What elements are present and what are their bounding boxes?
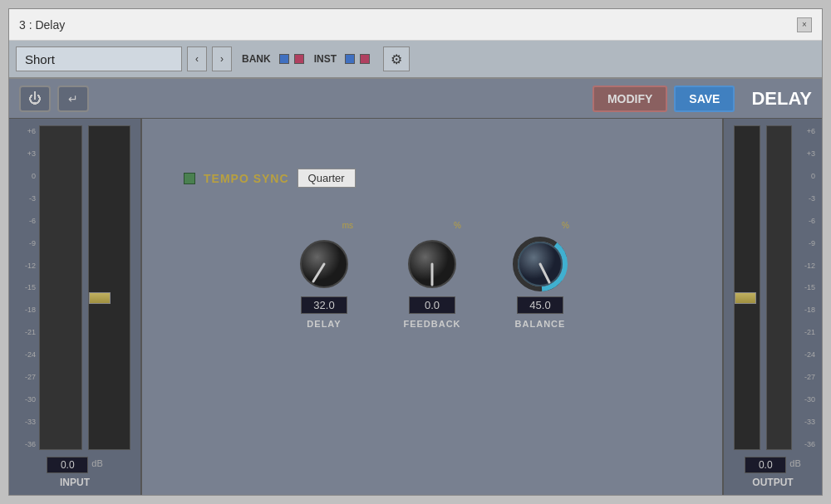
input-db-label: dB bbox=[91, 458, 102, 468]
feedback-knob-svg bbox=[403, 235, 461, 293]
feedback-knob-group: % bbox=[403, 221, 461, 329]
bypass-button[interactable]: ↵ bbox=[57, 86, 89, 112]
output-label: OUTPUT bbox=[752, 477, 793, 488]
save-button[interactable]: SAVE bbox=[674, 86, 735, 112]
feedback-label: FEEDBACK bbox=[403, 319, 460, 329]
next-preset-button[interactable]: › bbox=[212, 46, 232, 71]
delay-unit: ms bbox=[342, 221, 353, 230]
output-section: +6 +3 0 -3 -6 -9 -12 -15 -18 -21 -24 -27… bbox=[722, 119, 822, 495]
preset-bar: ‹ › BANK INST ⚙ bbox=[9, 41, 822, 79]
input-meter-scale: +6 +3 0 -3 -6 -9 -12 -15 -18 -21 -24 -27… bbox=[16, 125, 36, 450]
bank-dot-2 bbox=[294, 54, 304, 64]
output-value[interactable]: 0.0 bbox=[745, 457, 786, 473]
delay-value: 32.0 bbox=[301, 296, 347, 314]
delay-knob-group: ms bbox=[295, 221, 353, 329]
main-window: 3 : Delay × ‹ › BANK INST ⚙ ⏻ ↵ MODIFY S… bbox=[8, 8, 823, 496]
feedback-knob-wrapper[interactable] bbox=[403, 235, 461, 293]
input-section: +6 +3 0 -3 -6 -9 -12 -15 -18 -21 -24 -27… bbox=[9, 119, 142, 495]
bank-dot-1 bbox=[279, 54, 289, 64]
delay-label: DELAY bbox=[307, 319, 341, 329]
bank-label: BANK bbox=[242, 53, 271, 65]
output-fader[interactable] bbox=[734, 125, 760, 450]
output-meter-scale: +6 +3 0 -3 -6 -9 -12 -15 -18 -21 -24 -27… bbox=[795, 125, 815, 450]
balance-unit: % bbox=[562, 221, 569, 230]
toolbar: ⏻ ↵ MODIFY SAVE DELAY bbox=[9, 79, 822, 119]
balance-value: 45.0 bbox=[517, 296, 563, 314]
main-area: +6 +3 0 -3 -6 -9 -12 -15 -18 -21 -24 -27… bbox=[9, 119, 822, 495]
delay-knob-svg bbox=[295, 235, 353, 293]
modify-button[interactable]: MODIFY bbox=[593, 86, 667, 112]
feedback-unit: % bbox=[454, 221, 461, 230]
output-meter-right bbox=[766, 125, 793, 450]
output-value-row: 0.0 dB bbox=[745, 453, 800, 473]
input-label: INPUT bbox=[60, 477, 90, 488]
bypass-icon: ↵ bbox=[68, 92, 78, 105]
delay-knob-wrapper[interactable] bbox=[295, 235, 353, 293]
knobs-row: ms bbox=[295, 221, 569, 329]
tempo-sync-label: TEMPO SYNC bbox=[204, 172, 289, 185]
balance-label: BALANCE bbox=[515, 319, 566, 329]
power-icon: ⏻ bbox=[28, 91, 42, 106]
input-meter-left bbox=[39, 125, 82, 450]
inst-dot-1 bbox=[345, 54, 355, 64]
output-meter-container: +6 +3 0 -3 -6 -9 -12 -15 -18 -21 -24 -27… bbox=[730, 125, 815, 450]
settings-button[interactable]: ⚙ bbox=[383, 46, 410, 71]
feedback-value: 0.0 bbox=[409, 296, 455, 314]
tempo-sync-led[interactable] bbox=[184, 173, 195, 184]
tempo-sync-row: TEMPO SYNC Quarter bbox=[184, 169, 356, 188]
preset-name-input[interactable] bbox=[16, 46, 182, 71]
title-bar: 3 : Delay × bbox=[9, 9, 822, 41]
plugin-title: DELAY bbox=[751, 88, 812, 110]
input-value[interactable]: 0.0 bbox=[47, 457, 88, 473]
balance-knob-svg bbox=[511, 235, 569, 293]
power-button[interactable]: ⏻ bbox=[19, 86, 51, 112]
inst-label: INST bbox=[314, 53, 337, 65]
close-button[interactable]: × bbox=[797, 17, 812, 32]
input-meter-container: +6 +3 0 -3 -6 -9 -12 -15 -18 -21 -24 -27… bbox=[16, 125, 134, 450]
center-area: TEMPO SYNC Quarter ms bbox=[142, 119, 722, 495]
tempo-sync-value[interactable]: Quarter bbox=[297, 169, 356, 188]
balance-knob-wrapper[interactable] bbox=[511, 235, 569, 293]
inst-dot-2 bbox=[360, 54, 370, 64]
output-db-label: dB bbox=[789, 458, 800, 468]
input-value-row: 0.0 dB bbox=[47, 453, 102, 473]
window-title: 3 : Delay bbox=[19, 18, 65, 32]
balance-knob-group: % bbox=[511, 221, 569, 329]
input-fader[interactable] bbox=[88, 125, 131, 450]
prev-preset-button[interactable]: ‹ bbox=[187, 46, 207, 71]
